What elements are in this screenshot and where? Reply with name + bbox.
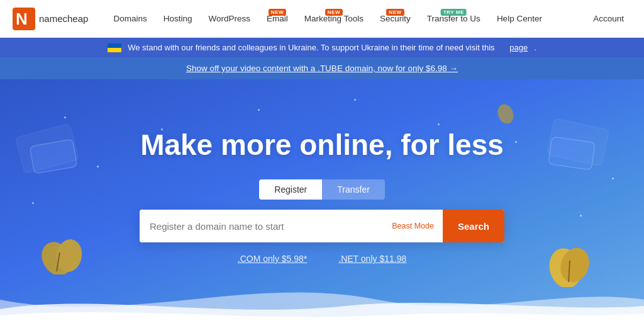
svg-point-6 <box>556 244 594 286</box>
leaf-right-icon <box>537 230 594 287</box>
domain-prices: .COM only $5.98* .NET only $11.98 <box>238 254 406 264</box>
domain-search-input[interactable] <box>140 210 383 242</box>
ukraine-flag-icon <box>108 43 121 52</box>
leaf-small-icon <box>493 98 518 123</box>
svg-point-3 <box>54 237 84 274</box>
hero-background <box>0 79 644 325</box>
search-button[interactable]: Search <box>443 210 504 242</box>
ukraine-page-link[interactable]: page <box>509 43 528 52</box>
security-badge: NEW <box>386 9 404 16</box>
logo-icon: N <box>13 8 35 30</box>
tab-register[interactable]: Register <box>259 179 322 200</box>
transfer-badge: TRY ME <box>441 9 467 16</box>
marketing-badge: NEW <box>325 9 343 16</box>
svg-point-5 <box>545 245 586 287</box>
nav-item-help[interactable]: Help Center <box>489 10 550 27</box>
nav-item-transfer[interactable]: TRY ME Transfer to Us <box>419 10 488 27</box>
ukraine-banner: We stand with our friends and colleagues… <box>0 38 644 57</box>
svg-line-7 <box>569 261 570 282</box>
logo-text: namecheap <box>39 13 88 24</box>
search-tabs: Register Transfer <box>259 179 385 200</box>
com-price[interactable]: .COM only $5.98* <box>238 254 308 264</box>
logo-link[interactable]: N namecheap <box>13 8 88 30</box>
svg-point-8 <box>495 102 516 123</box>
nav-item-email[interactable]: NEW Email <box>259 10 296 27</box>
navbar: N namecheap Domains Hosting WordPress NE… <box>0 0 644 38</box>
svg-line-4 <box>57 252 60 271</box>
hero-section: Make more online, for less Register Tran… <box>0 79 644 325</box>
email-badge: NEW <box>269 9 286 16</box>
nav-account[interactable]: Account <box>586 10 631 27</box>
hero-wave <box>0 274 644 325</box>
nav-item-domains[interactable]: Domains <box>106 10 154 27</box>
beast-mode-toggle[interactable]: Beast Mode <box>383 210 443 242</box>
leaf-left-icon <box>38 224 88 274</box>
tab-transfer[interactable]: Transfer <box>322 179 385 200</box>
nav-item-wordpress[interactable]: WordPress <box>201 10 258 27</box>
nav-item-security[interactable]: NEW Security <box>372 10 418 27</box>
nav-items: Domains Hosting WordPress NEW Email NEW … <box>106 10 586 27</box>
search-bar: Beast Mode Search <box>140 210 504 242</box>
svg-text:N: N <box>16 9 28 28</box>
nav-item-hosting[interactable]: Hosting <box>156 10 200 27</box>
hero-title: Make more online, for less <box>140 128 504 162</box>
promo-banner: Show off your video content with a .TUBE… <box>0 57 644 79</box>
svg-point-2 <box>38 237 77 274</box>
nav-item-marketing[interactable]: NEW Marketing Tools <box>297 10 371 27</box>
promo-link[interactable]: Show off your video content with a .TUBE… <box>186 64 458 73</box>
net-price[interactable]: .NET only $11.98 <box>338 254 406 264</box>
